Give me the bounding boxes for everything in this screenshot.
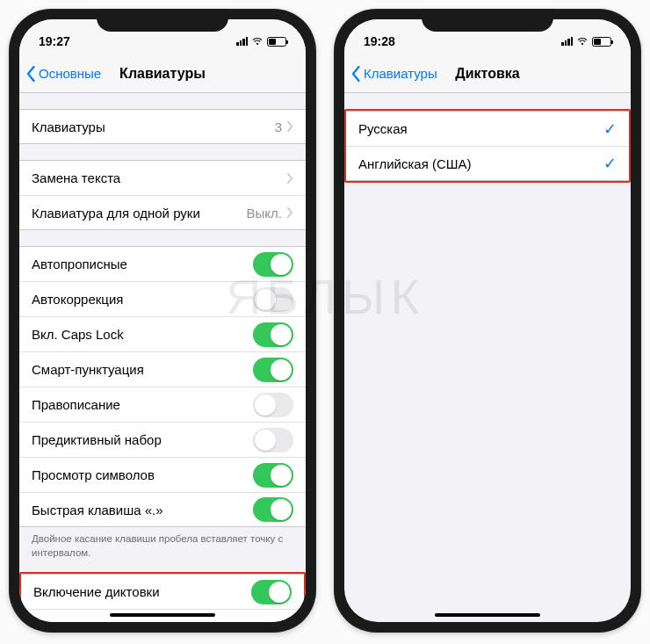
toggle-spelling[interactable] — [253, 393, 293, 417]
battery-icon — [267, 37, 286, 47]
status-indicators — [236, 35, 286, 47]
chevron-left-icon — [351, 66, 360, 82]
toggle-periodshortcut[interactable] — [253, 497, 293, 522]
cell-autocorrect[interactable]: Автокоррекция — [19, 281, 306, 316]
status-time: 19:27 — [39, 34, 70, 48]
cell-label: Смарт-пунктуация — [32, 362, 253, 377]
cell-enable-dictation[interactable]: Включение диктовки — [21, 574, 304, 609]
cell-detail: 3 — [275, 119, 282, 134]
nav-bar: Основные Клавиатуры — [19, 54, 306, 93]
home-indicator[interactable] — [110, 613, 215, 617]
status-indicators — [561, 35, 611, 47]
cellular-signal-icon — [236, 37, 248, 46]
back-label: Клавиатуры — [364, 66, 437, 81]
phone-left: 19:27 Основные Клавиатуры Клавиатуры — [9, 9, 316, 633]
phone-right: 19:28 Клавиатуры Диктовка Русская — [334, 9, 641, 633]
cell-label: Предиктивный набор — [32, 432, 253, 447]
settings-content: Русская ✓ Английская (США) ✓ — [344, 93, 631, 622]
battery-icon — [592, 37, 611, 47]
cell-label: Русская — [358, 121, 603, 136]
cell-label: Диктовка — [33, 619, 285, 622]
cellular-signal-icon — [561, 37, 573, 46]
toggle-capslock[interactable] — [253, 322, 293, 347]
cell-label: Клавиатура для одной руки — [32, 206, 247, 221]
nav-bar: Клавиатуры Диктовка — [344, 54, 631, 93]
cell-autocapitalize[interactable]: Автопрописные — [19, 246, 306, 281]
cell-label: Автопрописные — [32, 257, 253, 271]
wifi-icon — [576, 35, 589, 47]
back-button[interactable]: Клавиатуры — [344, 66, 437, 82]
chevron-right-icon — [287, 207, 293, 218]
cell-label: Замена текста — [32, 170, 287, 185]
cell-periodshortcut[interactable]: Быстрая клавиша «.» — [19, 492, 306, 527]
wifi-icon — [251, 35, 264, 47]
checkmark-icon: ✓ — [603, 119, 617, 139]
group-languages: Русская ✓ Английская (США) ✓ — [344, 109, 631, 183]
toggle-smartpunct[interactable] — [253, 358, 293, 382]
chevron-right-icon — [285, 621, 292, 622]
cell-label: Правописание — [32, 397, 253, 412]
checkmark-icon: ✓ — [603, 154, 617, 173]
notch — [97, 9, 228, 32]
cell-keyboards[interactable]: Клавиатуры 3 — [19, 109, 306, 144]
cell-label: Быстрая клавиша «.» — [32, 503, 253, 517]
back-button[interactable]: Основные — [19, 66, 101, 82]
cell-language-english-us[interactable]: Английская (США) ✓ — [346, 146, 629, 181]
cell-text-replacement[interactable]: Замена текста — [19, 160, 306, 195]
cell-charpreview[interactable]: Просмотр символов — [19, 457, 306, 492]
toggle-autocorrect[interactable] — [253, 287, 293, 312]
home-indicator[interactable] — [435, 613, 540, 617]
cell-spelling[interactable]: Правописание — [19, 387, 306, 422]
toggle-autocapitalize[interactable] — [253, 252, 293, 277]
cell-label: Просмотр символов — [32, 467, 253, 482]
toggle-predictive[interactable] — [253, 428, 293, 452]
cell-detail: Выкл. — [247, 206, 282, 221]
cell-label: Клавиатуры — [32, 119, 275, 134]
status-time: 19:28 — [364, 34, 395, 48]
cell-language-russian[interactable]: Русская ✓ — [346, 111, 629, 146]
cell-label: Автокоррекция — [32, 292, 253, 307]
cell-label: Английская (США) — [358, 156, 603, 171]
chevron-right-icon — [287, 173, 293, 184]
back-label: Основные — [39, 66, 101, 81]
chevron-right-icon — [287, 121, 293, 132]
group-toggles: Автопрописные Автокоррекция Вкл. Caps Lo… — [19, 246, 306, 527]
group-footer: Двойное касание клавиши пробела вставляе… — [19, 527, 306, 560]
toggle-dictation[interactable] — [251, 580, 292, 604]
settings-content: Клавиатуры 3 Замена текста Клавиатура дл… — [19, 93, 306, 622]
cell-label: Включение диктовки — [33, 584, 251, 599]
cell-label: Вкл. Caps Lock — [32, 327, 253, 342]
cell-capslock[interactable]: Вкл. Caps Lock — [19, 316, 306, 351]
group-text-options: Замена текста Клавиатура для одной руки … — [19, 160, 306, 230]
cell-smartpunct[interactable]: Смарт-пунктуация — [19, 351, 306, 387]
cell-one-handed[interactable]: Клавиатура для одной руки Выкл. — [19, 195, 306, 230]
chevron-left-icon — [26, 66, 35, 82]
notch — [422, 9, 553, 32]
toggle-charpreview[interactable] — [253, 463, 293, 488]
group-keyboards-count: Клавиатуры 3 — [19, 109, 306, 144]
cell-predictive[interactable]: Предиктивный набор — [19, 422, 306, 457]
